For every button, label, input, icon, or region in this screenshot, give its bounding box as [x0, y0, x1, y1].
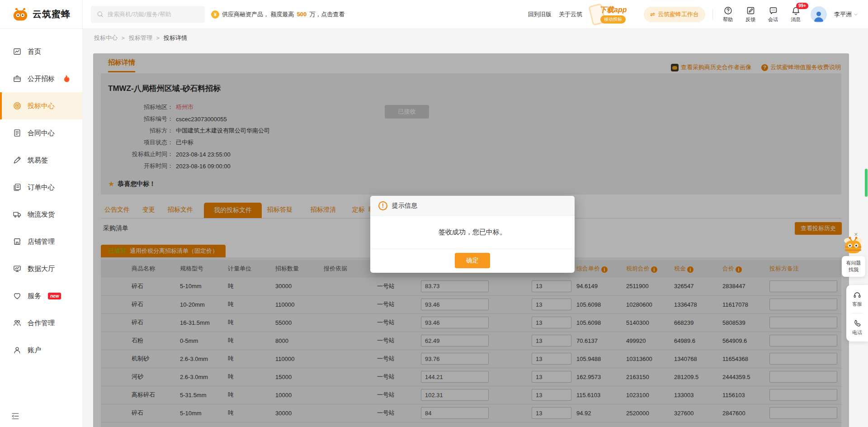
service-icon	[13, 291, 22, 300]
contract-icon	[13, 128, 22, 138]
data-icon	[13, 264, 22, 273]
money-bag-icon: ¥	[211, 10, 219, 19]
sidebar-item-合作管理[interactable]: 合作管理	[0, 309, 82, 337]
main-content: 投标中心＞投标管理＞投标详情 招标详情 查看采购商历史合作者画像 ? 云筑蜜蜂增…	[83, 29, 868, 427]
header-action-反馈[interactable]: 反馈	[743, 6, 758, 23]
bee-logo-icon	[12, 7, 29, 22]
modal-header: ! 提示信息	[370, 196, 575, 216]
chevron-down-icon	[854, 12, 858, 17]
workbench-button[interactable]: ⇌ 云筑蜜蜂工作台	[644, 7, 705, 22]
download-app-title: 下载app	[599, 5, 627, 15]
breadcrumb-separator: ＞	[120, 34, 126, 42]
header-action-帮助[interactable]: 帮助	[720, 6, 736, 23]
help-bubble[interactable]: 有问题 找我	[842, 256, 865, 277]
customer-service-label: 客服	[852, 301, 862, 308]
sidebar-item-合同中心[interactable]: 合同中心	[0, 119, 82, 147]
action-label: 帮助	[723, 16, 733, 23]
sign-icon	[13, 156, 22, 165]
home-icon	[13, 47, 22, 56]
app-logo[interactable]: 云筑蜜蜂	[0, 0, 83, 29]
public-tender-icon	[13, 74, 22, 83]
promo-highlight: 500	[297, 11, 307, 18]
mobile-bid-badge: 移动投标	[600, 15, 626, 24]
breadcrumb-item-投标管理[interactable]: 投标管理	[129, 34, 152, 42]
headset-icon	[853, 290, 862, 299]
sidebar-item-服务[interactable]: 服务new	[0, 282, 82, 309]
alert-modal: ! 提示信息 签收成功，您已中标。 确定	[370, 196, 575, 273]
breadcrumb: 投标中心＞投标管理＞投标详情	[83, 29, 868, 42]
bubble-line1: 有问题	[846, 260, 861, 266]
old-version-link[interactable]: 回到旧版	[528, 10, 552, 19]
panel-divider	[851, 313, 863, 313]
top-navbar: 云筑蜜蜂 ¥ 供应商融资产品， 额度最高500万，点击查看 回到旧版 关于云筑 …	[0, 0, 868, 29]
sidebar-item-数据大厅[interactable]: 数据大厅	[0, 255, 82, 282]
search-icon	[96, 10, 104, 18]
sidebar-item-首页[interactable]: 首页	[0, 38, 82, 65]
sidebar-item-账户[interactable]: 账户	[0, 337, 82, 364]
swap-icon: ⇌	[650, 11, 655, 18]
search-input[interactable]	[108, 11, 189, 18]
sidebar-item-label: 投标中心	[28, 102, 55, 110]
sidebar-item-公开招标[interactable]: 公开招标	[0, 65, 82, 92]
chat-icon	[769, 6, 778, 15]
logistics-icon	[13, 210, 22, 219]
sidebar-item-label: 数据大厅	[28, 265, 55, 273]
sidebar-item-物流发货[interactable]: 物流发货	[0, 201, 82, 228]
phone-contact-button[interactable]: 电话	[852, 319, 862, 336]
unread-count-badge: 99+	[796, 3, 808, 9]
sidebar-item-label: 筑易签	[28, 156, 48, 165]
promo-text-suffix: 万，点击查看	[309, 10, 344, 19]
breadcrumb-separator: ＞	[155, 34, 161, 42]
sidebar-item-label: 服务	[28, 292, 41, 300]
sidebar-collapse-icon[interactable]	[11, 412, 20, 421]
action-label: 会话	[768, 16, 778, 23]
sidebar-item-label: 合同中心	[28, 129, 55, 138]
sidebar-item-label: 订单中心	[28, 183, 55, 192]
bee-mascot[interactable]	[842, 236, 864, 255]
shop-icon	[13, 237, 22, 246]
sidebar-item-订单中心[interactable]: 订单中心	[0, 174, 82, 201]
sidebar-item-label: 公开招标	[28, 75, 55, 83]
fire-icon	[61, 74, 71, 83]
header-action-消息[interactable]: 消息99+	[788, 6, 803, 23]
order-icon	[13, 183, 22, 192]
action-label: 消息	[791, 16, 801, 23]
phone-contact-label: 电话	[852, 329, 862, 336]
download-app-button[interactable]: 下载app 移动投标	[590, 3, 637, 26]
user-name: 李平洲	[834, 10, 852, 19]
workbench-label: 云筑蜜蜂工作台	[658, 10, 699, 19]
feedback-icon	[746, 6, 755, 15]
user-menu[interactable]: 李平洲	[834, 10, 858, 19]
breadcrumb-item-投标中心[interactable]: 投标中心	[94, 34, 118, 42]
finance-promo-link[interactable]: ¥ 供应商融资产品， 额度最高500万，点击查看	[211, 10, 344, 19]
sidebar-item-筑易签[interactable]: 筑易签	[0, 147, 82, 174]
sidebar-item-label: 合作管理	[28, 319, 55, 327]
coop-icon	[13, 318, 22, 327]
modal-title: 提示信息	[392, 202, 417, 210]
bid-center-icon	[13, 101, 22, 110]
global-search[interactable]	[91, 6, 205, 23]
modal-message: 签收成功，您已中标。	[370, 216, 575, 249]
confirm-button[interactable]: 确定	[455, 253, 490, 268]
promo-text-prefix: 供应商融资产品， 额度最高	[222, 10, 294, 19]
service-panel: 客服 电话	[846, 285, 868, 342]
help-icon	[723, 6, 733, 15]
bid-detail-card: 招标详情 查看采购商历史合作者画像 ? 云筑蜜蜂增值服务收费说明 TMWZ-八局…	[93, 53, 849, 427]
new-badge: new	[48, 293, 61, 299]
sidebar-item-label: 账户	[28, 346, 41, 355]
customer-service-button[interactable]: 客服	[852, 290, 862, 308]
account-icon	[13, 346, 22, 355]
header-divider	[712, 9, 713, 20]
about-link[interactable]: 关于云筑	[559, 10, 582, 19]
sidebar-item-店铺管理[interactable]: 店铺管理	[0, 228, 82, 255]
action-label: 反馈	[745, 16, 755, 23]
bubble-line2: 找我	[849, 266, 859, 273]
sidebar-item-投标中心[interactable]: 投标中心	[0, 92, 82, 119]
sidebar-item-label: 首页	[28, 47, 41, 56]
scrollbar-thumb[interactable]	[865, 169, 868, 197]
header-action-会话[interactable]: 会话	[765, 6, 781, 23]
alert-icon: !	[378, 201, 387, 210]
user-avatar[interactable]	[811, 6, 827, 23]
logo-text: 云筑蜜蜂	[33, 8, 71, 20]
telephone-icon	[853, 319, 862, 328]
